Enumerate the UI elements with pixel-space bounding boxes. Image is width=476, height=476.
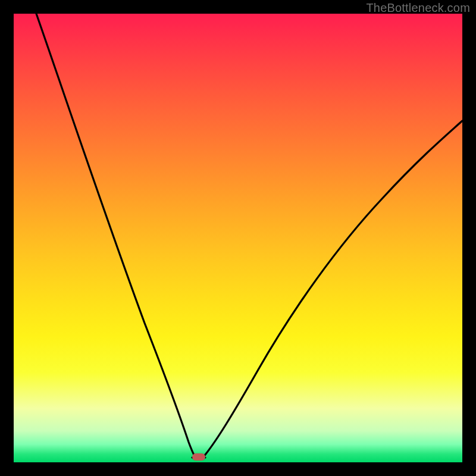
watermark-text: TheBottleneck.com [366, 1, 470, 15]
plot-area [14, 14, 462, 462]
chart-frame: TheBottleneck.com [0, 0, 476, 476]
bottleneck-marker [192, 453, 205, 461]
